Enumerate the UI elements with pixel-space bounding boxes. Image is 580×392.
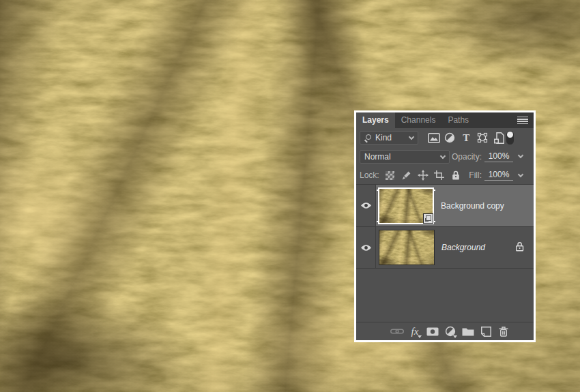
chevron-down-icon <box>440 153 446 158</box>
smart-object-badge <box>423 213 433 224</box>
layer-row-body: Background <box>376 227 534 268</box>
layer-style-button[interactable]: fx <box>408 325 422 338</box>
tab-paths[interactable]: Paths <box>441 112 475 128</box>
layer-row-background-copy[interactable]: Background copy <box>356 185 534 226</box>
frame-tick <box>433 190 435 191</box>
opacity-value[interactable]: 100% <box>484 151 513 162</box>
lock-position-button[interactable] <box>416 168 431 183</box>
filter-row: Kind T <box>356 128 534 147</box>
new-layer-icon <box>481 327 491 337</box>
chevron-down-icon <box>408 134 414 139</box>
background-lock-icon <box>515 241 524 254</box>
visibility-toggle[interactable] <box>356 185 376 226</box>
pixel-filter-icon <box>428 133 440 143</box>
lock-label: Lock: <box>360 170 379 180</box>
fill-value[interactable]: 100% <box>484 170 513 181</box>
hamburger-icon <box>517 117 528 124</box>
type-filter-icon: T <box>463 133 469 143</box>
visibility-toggle[interactable] <box>356 227 376 268</box>
link-icon <box>390 328 404 335</box>
layer-thumbnail-image <box>379 230 434 265</box>
new-group-button[interactable] <box>461 325 475 338</box>
layer-mask-icon <box>426 327 439 336</box>
opacity-chevron-icon[interactable] <box>518 153 523 158</box>
smart-object-filter-icon <box>494 132 504 144</box>
add-layer-mask-button[interactable] <box>426 325 439 338</box>
smart-object-filter-button[interactable] <box>491 130 506 146</box>
search-icon <box>364 134 372 142</box>
filter-kind-dropdown[interactable]: Kind <box>360 131 418 145</box>
shape-filter-icon <box>477 132 488 143</box>
fill-chevron-icon[interactable] <box>518 172 523 177</box>
pixel-filter-button[interactable] <box>426 130 441 146</box>
opacity-label: Opacity: <box>450 152 482 162</box>
tab-channels[interactable]: Channels <box>395 112 442 128</box>
layer-thumbnail-selected[interactable] <box>378 187 434 224</box>
layer-row-background[interactable]: Background <box>356 226 534 268</box>
blend-mode-dropdown[interactable]: Normal <box>360 150 450 164</box>
shape-filter-button[interactable] <box>475 130 490 146</box>
link-layers-button[interactable] <box>390 325 404 338</box>
trash-icon <box>499 327 508 337</box>
lock-artboard-nesting-button[interactable] <box>432 168 447 183</box>
layers-empty-area <box>356 268 534 321</box>
lock-row: Lock: <box>356 166 534 185</box>
artboard-icon <box>434 170 444 180</box>
adjustment-filter-button[interactable] <box>442 130 457 146</box>
folder-icon <box>462 327 474 336</box>
blend-row: Normal Opacity: 100% <box>356 147 534 166</box>
eye-icon <box>360 202 372 209</box>
delete-layer-button[interactable] <box>497 325 510 338</box>
layer-name[interactable]: Background <box>441 243 485 252</box>
layer-row-body: Background copy <box>376 185 534 226</box>
layers-panel: Layers Channels Paths Kind <box>354 110 536 342</box>
lock-transparent-pixels-button[interactable] <box>383 168 398 183</box>
type-filter-button[interactable]: T <box>459 130 474 146</box>
caret-down-icon <box>418 335 422 338</box>
panel-menu-icon[interactable] <box>517 117 528 124</box>
document-canvas: Layers Channels Paths Kind <box>0 0 580 392</box>
new-layer-button[interactable] <box>479 325 493 338</box>
filter-toggle[interactable] <box>506 131 514 145</box>
layers-list: Background copy <box>356 185 534 321</box>
filter-kind-value: Kind <box>375 133 392 142</box>
blend-mode-value: Normal <box>364 152 391 162</box>
panel-bottom-toolbar: fx <box>356 322 534 340</box>
move-icon <box>418 170 429 181</box>
adjustment-filter-icon <box>444 132 455 143</box>
frame-tick <box>377 190 379 191</box>
eye-icon <box>360 244 372 252</box>
frame-tick <box>377 221 379 222</box>
new-adjustment-layer-button[interactable] <box>444 325 457 338</box>
caret-down-icon <box>453 335 457 338</box>
tab-layers[interactable]: Layers <box>356 112 395 128</box>
layer-thumbnail[interactable] <box>379 230 435 265</box>
brush-icon <box>401 170 411 181</box>
fill-label: Fill: <box>450 170 482 180</box>
layer-name[interactable]: Background copy <box>441 201 504 211</box>
lock-image-pixels-button[interactable] <box>399 168 414 183</box>
panel-tab-bar: Layers Channels Paths <box>356 112 534 128</box>
lock-transparent-pixels-icon <box>386 171 394 180</box>
